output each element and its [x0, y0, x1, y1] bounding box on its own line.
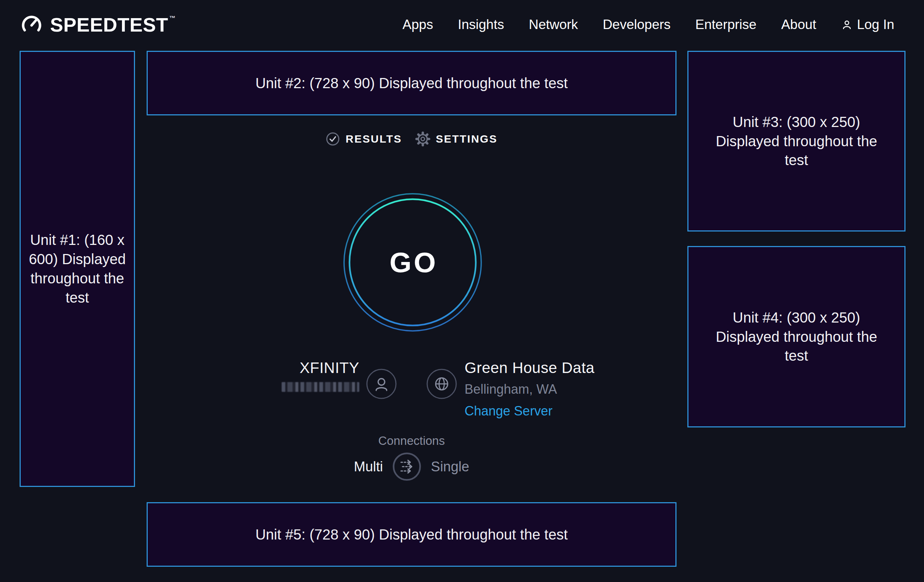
- nav-item-about[interactable]: About: [781, 17, 816, 32]
- ad-unit-5-banner-bottom[interactable]: Unit #5: (728 x 90) Displayed throughout…: [147, 502, 676, 567]
- speedtest-page: SPEEDTEST ™ Apps Insights Network Develo…: [0, 0, 924, 582]
- connections-option-single[interactable]: Single: [431, 459, 469, 475]
- server-location: Bellingham, WA: [465, 382, 594, 397]
- ad-unit-3-rectangle[interactable]: Unit #3: (300 x 250) Displayed throughou…: [687, 51, 906, 231]
- main-nav: Apps Insights Network Developers Enterpr…: [403, 17, 894, 32]
- ad-unit-4-rectangle[interactable]: Unit #4: (300 x 250) Displayed throughou…: [687, 246, 906, 427]
- ad-unit-3-label: Unit #3: (300 x 250) Displayed throughou…: [688, 112, 904, 170]
- nav-item-insights[interactable]: Insights: [458, 17, 504, 32]
- ad-unit-2-label: Unit #2: (728 x 90) Displayed throughout…: [256, 74, 568, 93]
- tab-settings[interactable]: SETTINGS: [415, 131, 498, 147]
- isp-name: XFINITY: [282, 359, 359, 377]
- multi-connection-arrows-icon[interactable]: [392, 452, 421, 481]
- login-label: Log In: [857, 17, 894, 32]
- ad-unit-4-label: Unit #4: (300 x 250) Displayed throughou…: [688, 308, 904, 365]
- isp-info: XFINITY: [147, 357, 397, 399]
- isp-user-icon: [366, 368, 397, 399]
- speedometer-logo-icon: [20, 13, 43, 36]
- speedtest-logo[interactable]: SPEEDTEST ™: [20, 13, 176, 36]
- tab-settings-label: SETTINGS: [436, 133, 498, 145]
- login-button[interactable]: Log In: [841, 17, 894, 32]
- trademark-mark: ™: [170, 15, 176, 22]
- connections-option-multi[interactable]: Multi: [354, 459, 383, 475]
- globe-icon: [426, 368, 457, 419]
- nav-item-developers[interactable]: Developers: [603, 17, 671, 32]
- ad-unit-2-banner-top[interactable]: Unit #2: (728 x 90) Displayed throughout…: [147, 51, 676, 115]
- ad-unit-1-label: Unit #1: (160 x 600) Displayed throughou…: [21, 231, 134, 307]
- user-icon: [841, 19, 853, 31]
- tab-results[interactable]: RESULTS: [325, 131, 402, 147]
- tab-results-label: RESULTS: [345, 133, 402, 145]
- gear-icon: [415, 131, 431, 147]
- server-info: Green House Data Bellingham, WA Change S…: [426, 357, 594, 419]
- top-navigation-bar: SPEEDTEST ™ Apps Insights Network Develo…: [0, 0, 924, 49]
- isp-details-redacted: [282, 382, 359, 392]
- change-server-link[interactable]: Change Server: [465, 404, 594, 419]
- view-tabs: RESULTS SETTINGS: [147, 131, 676, 147]
- ad-unit-5-label: Unit #5: (728 x 90) Displayed throughout…: [256, 525, 568, 544]
- brand-name: SPEEDTEST: [50, 13, 168, 36]
- go-label: GO: [342, 191, 484, 333]
- server-name: Green House Data: [465, 359, 594, 377]
- go-button[interactable]: GO: [342, 191, 484, 333]
- ad-unit-1-skyscraper[interactable]: Unit #1: (160 x 600) Displayed throughou…: [20, 51, 135, 487]
- nav-item-apps[interactable]: Apps: [403, 17, 433, 32]
- connections-label: Connections: [147, 434, 676, 448]
- nav-item-enterprise[interactable]: Enterprise: [695, 17, 757, 32]
- connections-toggle: Multi Single: [147, 452, 676, 481]
- check-circle-icon: [325, 132, 340, 146]
- nav-item-network[interactable]: Network: [529, 17, 578, 32]
